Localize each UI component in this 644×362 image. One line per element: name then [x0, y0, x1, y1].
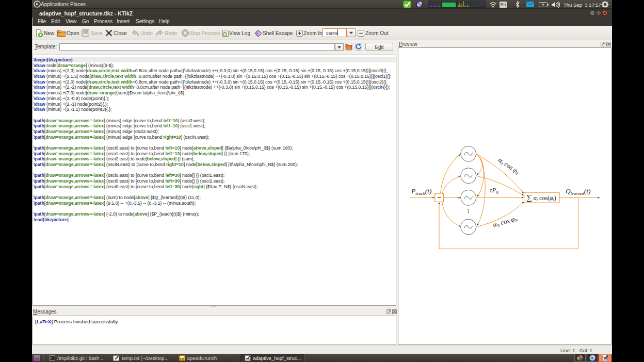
svg-text:Pteach(t): Pteach(t)	[411, 187, 432, 196]
svg-text:TX: TX	[246, 357, 250, 360]
svg-text:α0 cos φ0: α0 cos φ0	[497, 156, 521, 176]
svg-text:Qlearned(t): Qlearned(t)	[566, 187, 591, 196]
svg-text:TX: TX	[603, 357, 608, 360]
svg-text:∑ αi cos(φi): ∑ αi cos(φi)	[526, 193, 556, 202]
svg-text:αN cos φN: αN cos φN	[492, 214, 519, 229]
svg-text:τPN: τPN	[490, 187, 499, 195]
